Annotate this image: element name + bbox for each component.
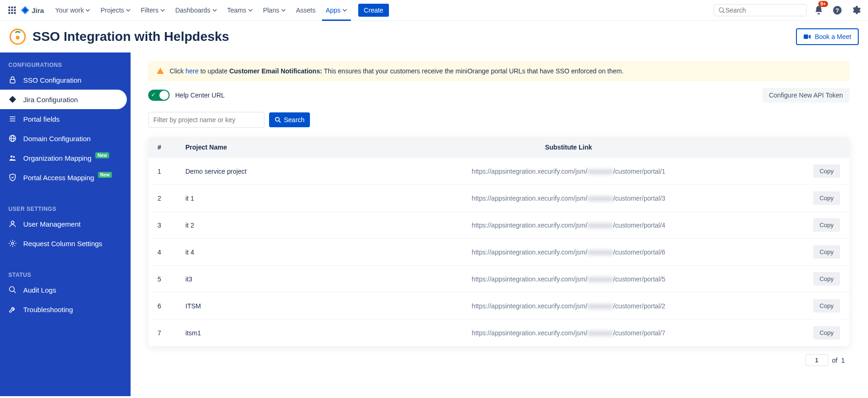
row-substitute-link: https://appsintegration.xecurify.com/jsm… [353,329,784,337]
projects-table: # Project Name Substitute Link 1Demo ser… [148,137,849,346]
col-num: # [158,144,185,151]
global-search[interactable] [714,4,807,16]
table-row: 7itsm1https://appsintegration.xecurify.c… [148,319,849,346]
sidebar-item-jira-config[interactable]: Jira Configuration [0,90,127,109]
section-heading-status: STATUS [0,267,131,280]
sidebar-item-audit-logs[interactable]: Audit Logs [0,280,131,300]
svg-rect-17 [10,79,15,83]
notification-badge: 9+ [818,1,828,7]
sidebar-item-label: Jira Configuration [23,96,78,104]
notification-bell-icon[interactable]: 9+ [812,4,825,17]
chevron-down-icon [281,8,286,13]
wrench-icon [8,305,17,313]
page-number-input[interactable] [805,354,829,366]
app-switcher-icon[interactable] [6,4,19,17]
nav-item-dashboards[interactable]: Dashboards [171,0,221,21]
copy-button[interactable]: Copy [813,272,840,286]
table-row: 2it 1https://appsintegration.xecurify.co… [148,184,849,211]
row-num: 1 [158,168,185,175]
row-substitute-link: https://appsintegration.xecurify.com/jsm… [353,302,784,310]
nav-item-apps[interactable]: Apps [322,0,351,21]
col-project: Project Name [185,144,353,151]
sidebar-item-request-column[interactable]: Request Column Settings [0,234,131,253]
row-project-name: itsm1 [185,329,353,337]
copy-button[interactable]: Copy [813,218,840,232]
copy-button[interactable]: Copy [813,326,840,339]
sidebar-item-org-mapping[interactable]: Organization MappingNew [0,148,131,168]
row-num: 3 [158,222,185,229]
globe-icon [8,134,17,143]
svg-rect-4 [11,9,13,11]
chevron-down-icon [160,8,165,13]
svg-point-15 [19,31,20,33]
sidebar-item-troubleshooting[interactable]: Troubleshooting [0,300,131,319]
sidebar-status-group: Audit LogsTroubleshooting [0,280,131,319]
svg-rect-7 [11,12,13,14]
svg-line-10 [723,12,724,13]
global-search-input[interactable] [725,7,800,14]
search-icon [8,286,17,294]
sidebar-item-portal-fields[interactable]: Portal fields [0,109,131,129]
row-substitute-link: https://appsintegration.xecurify.com/jsm… [353,248,784,256]
svg-rect-6 [8,12,10,14]
nav-item-projects[interactable]: Projects [97,0,134,21]
sidebar-item-domain-config[interactable]: Domain Configuration [0,129,131,148]
nav-item-plans[interactable]: Plans [259,0,289,21]
section-heading-user-settings: USER SETTINGS [0,201,131,214]
sidebar-item-label: SSO Configuration [23,76,81,84]
help-icon[interactable]: ? [831,4,844,17]
alert-text: Click here to update Customer Email Noti… [170,67,624,75]
sidebar-item-label: Organization Mapping [23,154,92,162]
configure-api-token-button[interactable]: Configure New API Token [763,88,849,103]
copy-button[interactable]: Copy [813,299,840,313]
table-row: 3it 2https://appsintegration.xecurify.co… [148,211,849,238]
lock-icon [8,76,17,84]
nav-item-teams[interactable]: Teams [224,0,256,21]
copy-button[interactable]: Copy [813,164,840,178]
main-content: Click here to update Customer Email Noti… [131,52,868,396]
users-icon [8,154,17,162]
table-row: 6ITSMhttps://appsintegration.xecurify.co… [148,292,849,319]
chevron-down-icon [212,8,217,13]
alert-here-link[interactable]: here [185,67,198,75]
svg-point-25 [13,156,15,158]
sidebar-config-group: SSO ConfigurationJira ConfigurationPorta… [0,70,131,187]
sidebar-item-label: Request Column Settings [23,240,102,248]
nav-item-your-work[interactable]: Your work [52,0,94,21]
svg-line-29 [13,291,16,293]
table-row: 4it 4https://appsintegration.xecurify.co… [148,238,849,265]
help-center-toggle[interactable]: ✓ [148,90,170,101]
app-logo-icon [9,28,26,45]
search-button-label: Search [284,116,304,124]
copy-button[interactable]: Copy [813,191,840,205]
help-center-label: Help Center URL [175,91,225,99]
svg-rect-1 [11,7,13,8]
section-heading-configurations: CONFIGURATIONS [0,57,131,70]
jira-logo[interactable]: Jira [20,6,44,15]
row-num: 7 [158,329,185,337]
sidebar: CONFIGURATIONS SSO ConfigurationJira Con… [0,52,131,396]
book-meet-button[interactable]: Book a Meet [796,28,859,45]
filter-input[interactable] [148,112,264,128]
nav-items: Your workProjectsFiltersDashboardsTeamsP… [52,0,351,21]
copy-button[interactable]: Copy [813,245,840,259]
sidebar-item-user-management[interactable]: User Management [0,214,131,234]
search-button[interactable]: Search [269,112,310,127]
search-icon [275,117,281,123]
nav-item-filters[interactable]: Filters [137,0,169,21]
sidebar-item-label: Audit Logs [23,286,56,294]
create-button[interactable]: Create [358,4,389,17]
row-substitute-link: https://appsintegration.xecurify.com/jsm… [353,275,784,283]
table-row: 1Demo service projecthttps://appsintegra… [148,157,849,184]
chevron-down-icon [248,8,253,13]
nav-item-assets[interactable]: Assets [292,0,319,21]
chevron-down-icon [126,8,131,13]
sidebar-item-sso-config[interactable]: SSO Configuration [0,70,131,90]
sidebar-item-label: User Management [23,220,80,228]
settings-gear-icon[interactable] [849,4,862,17]
row-num: 2 [158,195,185,202]
svg-rect-8 [14,12,16,14]
pagination-of: of [832,357,838,364]
sidebar-item-portal-access[interactable]: Portal Access MappingNew [0,168,131,187]
chevron-down-icon [85,8,90,13]
